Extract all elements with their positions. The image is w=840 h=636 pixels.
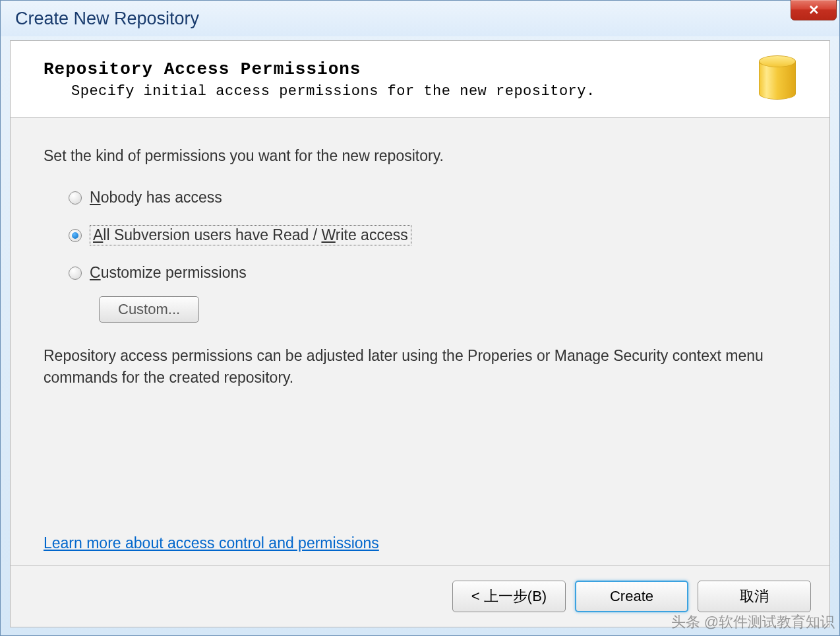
create-button[interactable]: Create	[575, 581, 688, 612]
radio-all-label[interactable]: All Subversion users have Read / Write a…	[90, 225, 411, 245]
header-title: Repository Access Permissions	[44, 59, 757, 79]
body-area: Set the kind of permissions you want for…	[11, 118, 829, 565]
titlebar: Create New Repository ✕	[1, 1, 839, 36]
radio-nobody[interactable]	[69, 191, 82, 205]
header-subtitle: Specify initial access permissions for t…	[71, 83, 757, 100]
footer-buttons: < 上一步(B) Create 取消	[11, 565, 829, 627]
content-panel: Repository Access Permissions Specify in…	[10, 40, 830, 627]
radio-all[interactable]	[69, 229, 82, 242]
dialog-window: Create New Repository ✕ Repository Acces…	[0, 0, 840, 636]
learn-more-link[interactable]: Learn more about access control and perm…	[44, 534, 796, 552]
radio-option-all[interactable]: All Subversion users have Read / Write a…	[69, 225, 796, 245]
header-text: Repository Access Permissions Specify in…	[44, 59, 757, 100]
radio-option-nobody[interactable]: Nobody has access	[69, 189, 796, 207]
back-button[interactable]: < 上一步(B)	[452, 581, 566, 612]
radio-custom-label[interactable]: Customize permissions	[90, 264, 247, 282]
custom-button[interactable]: Custom...	[99, 296, 199, 323]
note-text: Repository access permissions can be adj…	[44, 345, 796, 389]
close-icon: ✕	[808, 2, 820, 18]
window-title: Create New Repository	[15, 9, 199, 29]
radio-option-custom[interactable]: Customize permissions	[69, 264, 796, 282]
close-button[interactable]: ✕	[791, 0, 837, 20]
radio-custom[interactable]	[69, 267, 82, 280]
database-icon	[757, 55, 798, 103]
custom-button-wrap: Custom...	[99, 296, 796, 323]
intro-text: Set the kind of permissions you want for…	[44, 147, 796, 165]
radio-nobody-label[interactable]: Nobody has access	[90, 189, 222, 207]
permissions-radio-group: Nobody has access All Subversion users h…	[69, 189, 796, 300]
header-panel: Repository Access Permissions Specify in…	[11, 41, 829, 118]
cancel-button[interactable]: 取消	[698, 581, 811, 612]
